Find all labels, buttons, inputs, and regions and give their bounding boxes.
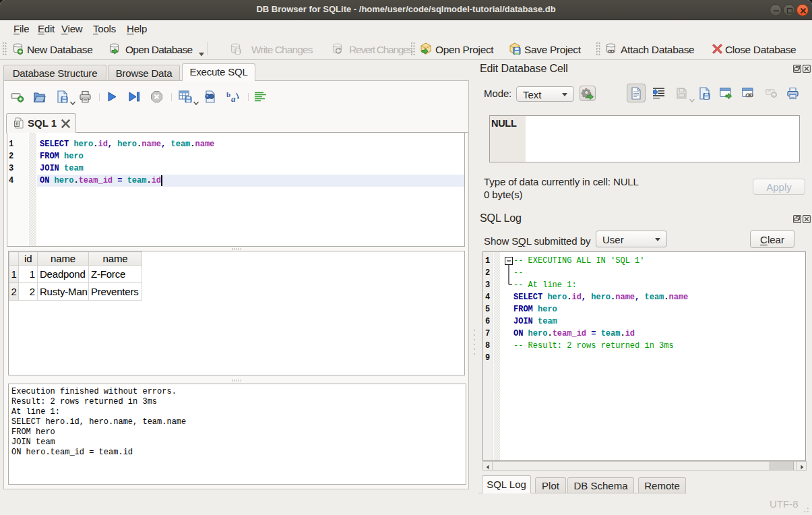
svg-text:b: b	[226, 91, 230, 98]
svg-text:a: a	[231, 94, 236, 103]
